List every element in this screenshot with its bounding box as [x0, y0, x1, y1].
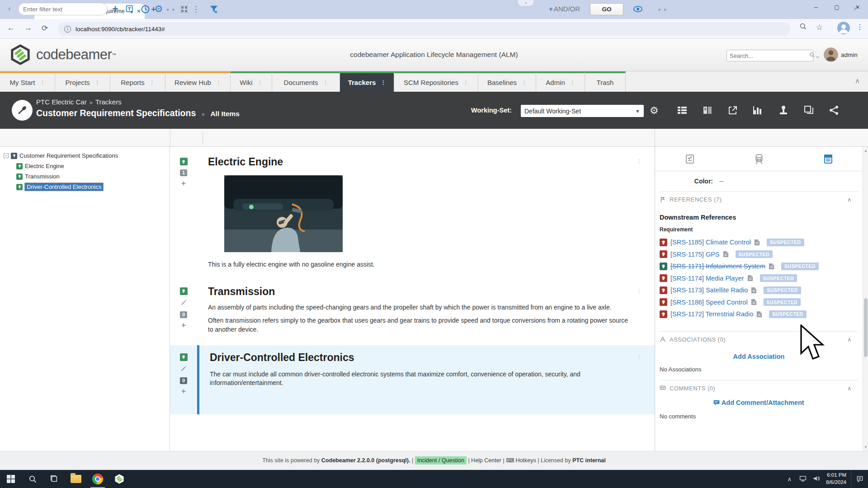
incident-question-link[interactable]: Incident / Question — [415, 456, 467, 465]
site-info-icon[interactable]: i — [64, 26, 71, 33]
associations-section-header[interactable]: ASSOCIATIONS (0) ∧ — [660, 331, 858, 347]
taskbar-search-button[interactable] — [22, 470, 43, 488]
browser-menu-icon[interactable]: ⋮ — [856, 23, 863, 31]
window-drag-handle[interactable]: ⌄ — [518, 0, 533, 6]
nav-tab-review-hub[interactable]: Review Hub⋮ — [165, 71, 231, 92]
reference-link[interactable]: [SRS-1173] Satellite Radio — [670, 286, 748, 294]
nav-tab-admin[interactable]: Admin⋮ — [536, 71, 585, 92]
action-center-button[interactable] — [851, 470, 868, 488]
tree-menu-kebab-icon[interactable]: ⋮ — [190, 3, 202, 15]
taskbar-clock[interactable]: 6:01 PM 8/6/2024 — [823, 472, 851, 486]
section-title[interactable]: Driver-Controlled Electronics — [210, 352, 635, 364]
document-icon[interactable] — [769, 263, 774, 270]
tree-root[interactable]: − Customer Requirement Specifications — [4, 150, 170, 161]
user-avatar[interactable] — [824, 47, 838, 62]
window-close-button[interactable]: ✕ — [847, 0, 868, 14]
statistics-icon[interactable] — [752, 104, 764, 116]
start-button[interactable] — [0, 470, 22, 488]
nav-tab-scm-repositories[interactable]: SCM Repositories⋮ — [394, 71, 478, 92]
bookmark-star-icon[interactable]: ☆ — [816, 23, 823, 32]
tree-filter[interactable] — [18, 3, 108, 15]
tree-item-driver-controlled-electronics[interactable]: Driver-Controlled Electronics — [16, 182, 170, 192]
zoom-search-icon[interactable] — [799, 23, 807, 32]
nav-tab-trash[interactable]: Trash — [585, 71, 626, 92]
document-icon[interactable] — [751, 299, 757, 305]
working-set-select[interactable]: Default Working-Set ▼ — [521, 105, 644, 117]
section-title[interactable]: Electric Engine — [208, 156, 635, 168]
section-menu-icon[interactable]: ⋮ — [636, 353, 642, 360]
tab-menu-icon[interactable]: ⋮ — [94, 79, 100, 86]
reference-count-badge[interactable]: 0 — [180, 377, 187, 384]
references-section-header[interactable]: REFERENCES (7) ∧ — [660, 191, 858, 207]
add-association-link[interactable]: Add Association — [660, 353, 858, 360]
reference-link[interactable]: [SRS-1172] Terrestrial Radio — [670, 310, 753, 318]
section-menu-icon[interactable]: ⋮ — [636, 158, 642, 164]
add-condition-link[interactable]: +AND/OR — [549, 5, 580, 13]
prev-arrow-icon[interactable]: ◂ — [165, 3, 170, 15]
nav-tab-projects[interactable]: Projects⋮ — [55, 71, 110, 92]
document-view-icon[interactable] — [702, 104, 713, 116]
baseline-stamp-icon[interactable] — [778, 104, 789, 116]
requirement-bulb-icon[interactable] — [180, 287, 188, 295]
layout-windows-icon[interactable] — [803, 104, 815, 116]
browser-profile-avatar[interactable] — [837, 22, 850, 34]
breadcrumb-trackers[interactable]: Trackers — [95, 98, 122, 106]
network-icon[interactable] — [796, 475, 810, 483]
tab-menu-icon[interactable]: ⋮ — [216, 79, 221, 86]
add-below-icon[interactable]: + — [181, 180, 186, 187]
filter-funnel-icon[interactable] — [208, 3, 220, 15]
forward-icon[interactable]: → — [24, 23, 32, 33]
scrollbar-thumb[interactable] — [864, 298, 868, 357]
collapse-section-icon[interactable]: ∧ — [847, 385, 852, 392]
collapse-section-icon[interactable]: ∧ — [847, 336, 852, 343]
requirement-bulb-icon[interactable] — [180, 158, 188, 165]
reference-count-badge[interactable]: 0 — [180, 311, 187, 318]
edit-pencil-icon[interactable] — [180, 365, 187, 373]
reference-link[interactable]: [SRS-1171] Infotainment System — [670, 263, 765, 270]
preview-eye-icon[interactable] — [632, 3, 644, 15]
address-bar[interactable]: i localhost:9090/cb/tracker/11443# — [58, 22, 790, 36]
tab-menu-icon[interactable]: ⋮ — [149, 79, 155, 86]
document-icon[interactable] — [751, 287, 757, 294]
tab-menu-icon[interactable]: ⋮ — [521, 79, 527, 86]
tab-menu-icon[interactable]: ⋮ — [39, 79, 45, 86]
document-icon[interactable] — [723, 251, 729, 258]
nav-tab-baselines[interactable]: Baselines⋮ — [478, 71, 536, 92]
window-maximize-button[interactable]: ▢ — [826, 0, 847, 14]
document-icon[interactable] — [754, 239, 760, 246]
history-icon[interactable] — [139, 3, 151, 15]
file-explorer-button[interactable] — [65, 470, 87, 488]
panel-scrollbar[interactable]: ▲ ▼ — [863, 147, 868, 451]
reference-link[interactable]: [SRS-1175] GPS — [670, 251, 720, 258]
global-search[interactable]: ⌄ — [726, 50, 813, 61]
document-icon[interactable] — [747, 275, 753, 282]
reference-link[interactable]: [SRS-1185] Climate Control — [670, 239, 751, 246]
requirement-bulb-icon[interactable] — [180, 353, 188, 361]
tab-menu-icon[interactable]: ⋮ — [322, 79, 328, 86]
task-view-button[interactable] — [43, 470, 65, 488]
chrome-taskbar-button[interactable] — [87, 470, 108, 488]
collapse-all-icon[interactable] — [178, 3, 190, 15]
tree-collapse-icon[interactable]: − — [4, 153, 9, 158]
add-text-item-icon[interactable] — [124, 3, 136, 15]
tab-menu-icon[interactable]: ⋮ — [570, 79, 575, 86]
back-icon[interactable]: ← — [7, 23, 15, 33]
edit-pencil-icon[interactable] — [180, 299, 187, 307]
volume-icon[interactable] — [810, 475, 823, 483]
add-below-icon[interactable]: + — [181, 322, 186, 328]
scroll-down-icon[interactable]: ▼ — [863, 445, 868, 449]
reference-link[interactable]: [SRS-1174] Media Player — [670, 275, 744, 282]
view-list-icon[interactable] — [676, 104, 688, 116]
view-name[interactable]: All Items — [210, 110, 240, 117]
hotkeys-link[interactable]: Hotkeys — [516, 457, 536, 464]
panel-right-arrow-icon[interactable]: ▸ — [663, 3, 668, 15]
add-item-icon[interactable]: + — [109, 3, 121, 15]
tree-settings-gear-icon[interactable]: ⚙ — [153, 3, 165, 15]
next-arrow-icon[interactable]: ▸ — [171, 3, 176, 15]
tab-menu-icon[interactable]: ⋮ — [380, 79, 386, 86]
codebeamer-taskbar-button[interactable] — [108, 470, 130, 488]
collapse-tree-chevron-icon[interactable]: ‹ — [8, 4, 11, 13]
tree-item-transmission[interactable]: Transmission — [16, 171, 170, 182]
export-icon[interactable] — [727, 104, 739, 116]
breadcrumb-project[interactable]: PTC Electric Car — [36, 98, 87, 106]
